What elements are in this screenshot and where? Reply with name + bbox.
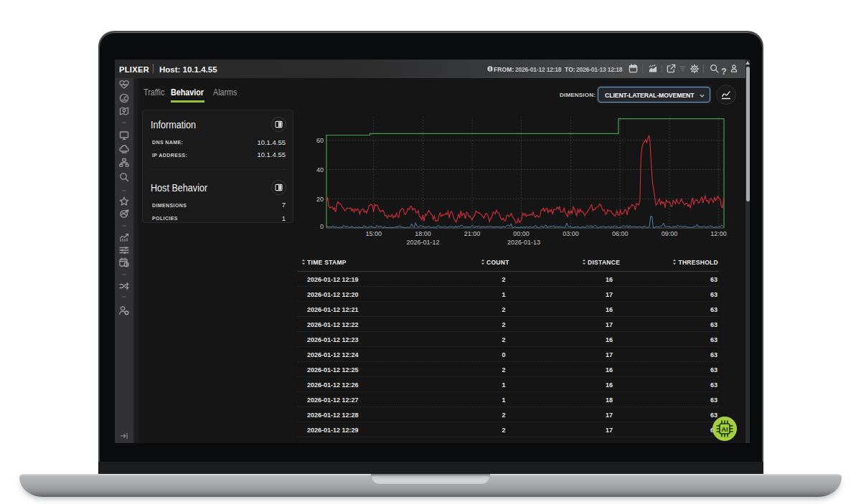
svg-text:15:00: 15:00 xyxy=(366,230,382,237)
svg-text:06:00: 06:00 xyxy=(612,230,629,237)
svg-text:0: 0 xyxy=(320,223,324,230)
svg-text:18:00: 18:00 xyxy=(415,230,431,237)
svg-text:2026-01-12: 2026-01-12 xyxy=(406,239,439,246)
svg-text:21:00: 21:00 xyxy=(464,230,481,237)
svg-text:09:00: 09:00 xyxy=(662,230,678,237)
svg-text:03:00: 03:00 xyxy=(563,230,579,237)
svg-text:40: 40 xyxy=(316,166,324,173)
svg-text:AI: AI xyxy=(721,425,728,433)
svg-text:20: 20 xyxy=(316,196,324,203)
svg-text:00:00: 00:00 xyxy=(513,230,530,237)
svg-text:2026-01-13: 2026-01-13 xyxy=(507,239,540,246)
svg-text:12:00: 12:00 xyxy=(710,230,727,237)
svg-text:60: 60 xyxy=(316,137,324,144)
